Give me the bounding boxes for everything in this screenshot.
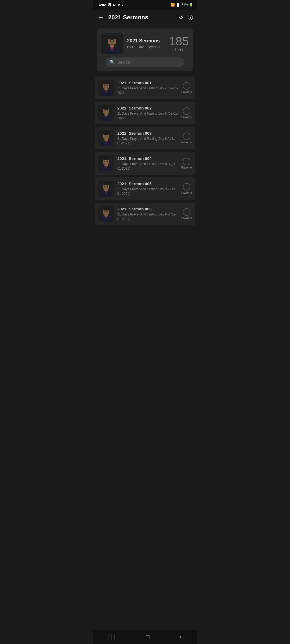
sermon-thumb-006 (98, 206, 114, 222)
favorite-circle-002 (183, 107, 190, 115)
playlist-name: 2021 Sermons (127, 38, 165, 44)
sermon-title-001: 2021: Sermon 001 (117, 80, 178, 85)
wifi-icon: 📶 (171, 3, 175, 7)
favorite-circle-006 (183, 208, 190, 216)
sermon-thumb-002 (98, 105, 114, 121)
signal-icon: ▐▌ (176, 3, 180, 7)
sermon-subtitle-006: 21 Days Prayer And Fasting Day 9 B (12-0… (117, 212, 178, 221)
back-button[interactable]: ← (97, 13, 105, 22)
sermon-subtitle-004: 21 Days Prayer And Fasting Day 8 B (11-0… (117, 162, 178, 171)
sermon-item-005[interactable]: 2021: Sermon 00521 Days Prayer And Fasti… (95, 177, 195, 200)
app-bar: ← 2021 Sermons ↺ ⓘ (93, 10, 197, 25)
sermon-list: 2021: Sermon 00121 Days Prayer And Fasti… (93, 75, 197, 226)
favorite-circle-001 (183, 82, 190, 90)
sermon-subtitle-002: 21 Days Prayer And Fasting Day 5 (08-01-… (117, 111, 178, 120)
svg-point-53 (107, 161, 108, 162)
header-card: 2021 Sermons By Dr. David Oyedepo 185 Ti… (97, 28, 193, 71)
svg-point-6 (108, 35, 116, 40)
refresh-button[interactable]: ↺ (179, 14, 183, 21)
photo-icon: 🖼 (107, 3, 111, 7)
svg-point-8 (113, 41, 114, 42)
sermon-info-002: 2021: Sermon 00221 Days Prayer And Fasti… (117, 106, 178, 120)
svg-point-40 (103, 132, 109, 135)
svg-point-30 (104, 111, 105, 111)
sermon-item-006[interactable]: 2021: Sermon 00621 Days Prayer And Fasti… (95, 203, 195, 225)
svg-point-75 (107, 211, 108, 212)
count-label: Titles (169, 47, 189, 52)
playlist-author: By Dr. David Oyedepo (127, 45, 165, 49)
sermon-item-001[interactable]: 2021: Sermon 00121 Days Prayer And Fasti… (95, 76, 195, 99)
svg-point-19 (104, 85, 105, 86)
battery-display: 61% (182, 3, 188, 7)
status-time: 14:02 🖼 ⚙ M • (97, 3, 123, 7)
sermon-title-004: 2021: Sermon 004 (117, 156, 178, 161)
sermon-favorite-005[interactable]: Favorite (181, 183, 192, 194)
time-display: 14:02 (97, 3, 106, 7)
status-right: 📶 ▐▌ 61% 🔋 (171, 3, 193, 7)
svg-point-7 (110, 41, 111, 42)
sermon-title-005: 2021: Sermon 005 (117, 181, 178, 186)
search-icon: 🔍 (110, 60, 115, 65)
header-info: 2021 Sermons By Dr. David Oyedepo (127, 38, 165, 49)
dot-icon: • (122, 3, 123, 7)
count-number: 185 (169, 35, 189, 47)
favorite-label-004: Favorite (181, 166, 192, 169)
battery-icon: 🔋 (189, 3, 193, 7)
sermon-subtitle-003: 21 Days Prayer And Fasting Day 8 A (11-0… (117, 137, 178, 146)
favorite-label-005: Favorite (181, 191, 192, 194)
playlist-avatar (101, 33, 123, 54)
title-count: 185 Titles (169, 35, 189, 52)
sermon-info-003: 2021: Sermon 00321 Days Prayer And Fasti… (117, 131, 178, 146)
page-title: 2021 Sermons (108, 14, 176, 21)
search-input[interactable] (117, 60, 180, 64)
mail-icon: M (117, 3, 120, 7)
sermon-favorite-003[interactable]: Favorite (181, 133, 192, 144)
favorite-circle-005 (183, 183, 190, 191)
sermon-thumb-001 (98, 80, 114, 96)
svg-point-51 (103, 157, 109, 160)
svg-point-42 (107, 136, 108, 137)
sermon-subtitle-001: 21 Days Prayer And Fasting Day 4 (07-01-… (117, 86, 178, 95)
favorite-label-001: Favorite (181, 90, 192, 93)
sermon-favorite-004[interactable]: Favorite (181, 158, 192, 169)
search-bar[interactable]: 🔍 (106, 57, 184, 67)
sermon-thumb-005 (98, 181, 114, 197)
svg-point-31 (107, 111, 108, 111)
sermon-favorite-002[interactable]: Favorite (181, 107, 192, 119)
sermon-title-003: 2021: Sermon 003 (117, 131, 178, 136)
svg-point-62 (103, 182, 109, 185)
sermon-subtitle-005: 21 Days Prayer And Fasting Day 9 A (12-0… (117, 187, 178, 196)
svg-point-74 (104, 211, 105, 212)
sermon-item-002[interactable]: 2021: Sermon 00221 Days Prayer And Fasti… (95, 102, 195, 124)
sermon-favorite-006[interactable]: Favorite (181, 208, 192, 219)
info-button[interactable]: ⓘ (188, 14, 193, 21)
svg-point-18 (103, 81, 109, 85)
svg-point-73 (103, 207, 109, 211)
svg-point-20 (107, 85, 108, 86)
sermon-info-005: 2021: Sermon 00521 Days Prayer And Fasti… (117, 181, 178, 196)
sermon-thumb-004 (98, 155, 114, 171)
svg-point-41 (104, 136, 105, 137)
svg-point-64 (107, 186, 108, 187)
sermon-info-006: 2021: Sermon 00621 Days Prayer And Fasti… (117, 207, 178, 221)
favorite-label-006: Favorite (181, 216, 192, 219)
svg-point-29 (103, 107, 109, 110)
search-container: 🔍 (106, 57, 184, 67)
sermon-item-004[interactable]: 2021: Sermon 00421 Days Prayer And Fasti… (95, 152, 195, 175)
sermon-item-003[interactable]: 2021: Sermon 00321 Days Prayer And Fasti… (95, 127, 195, 149)
sermon-thumb-003 (98, 130, 114, 146)
sermon-favorite-001[interactable]: Favorite (181, 82, 192, 93)
settings-icon: ⚙ (113, 3, 116, 7)
app-bar-actions: ↺ ⓘ (179, 14, 193, 21)
sermon-title-002: 2021: Sermon 002 (117, 106, 178, 110)
favorite-label-002: Favorite (181, 115, 192, 119)
sermon-info-004: 2021: Sermon 00421 Days Prayer And Fasti… (117, 156, 178, 171)
status-bar: 14:02 🖼 ⚙ M • 📶 ▐▌ 61% 🔋 (93, 0, 197, 10)
sermon-info-001: 2021: Sermon 00121 Days Prayer And Fasti… (117, 80, 178, 95)
sermon-title-006: 2021: Sermon 006 (117, 207, 178, 211)
svg-point-63 (104, 186, 105, 187)
favorite-circle-004 (183, 158, 190, 165)
favorite-label-003: Favorite (181, 141, 192, 144)
svg-point-9 (111, 42, 113, 43)
svg-point-52 (104, 161, 105, 162)
